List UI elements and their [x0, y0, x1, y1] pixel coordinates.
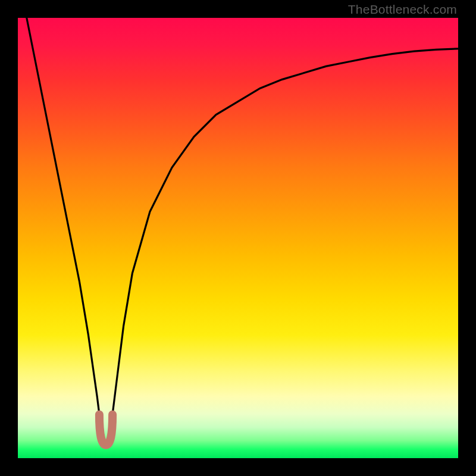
- dip-marker: [99, 415, 112, 445]
- outer-frame: TheBottleneck.com: [0, 0, 476, 476]
- plot-area: [18, 18, 458, 458]
- watermark-text: TheBottleneck.com: [348, 2, 457, 17]
- bottleneck-curve: [27, 18, 458, 445]
- curve-svg: [18, 18, 458, 458]
